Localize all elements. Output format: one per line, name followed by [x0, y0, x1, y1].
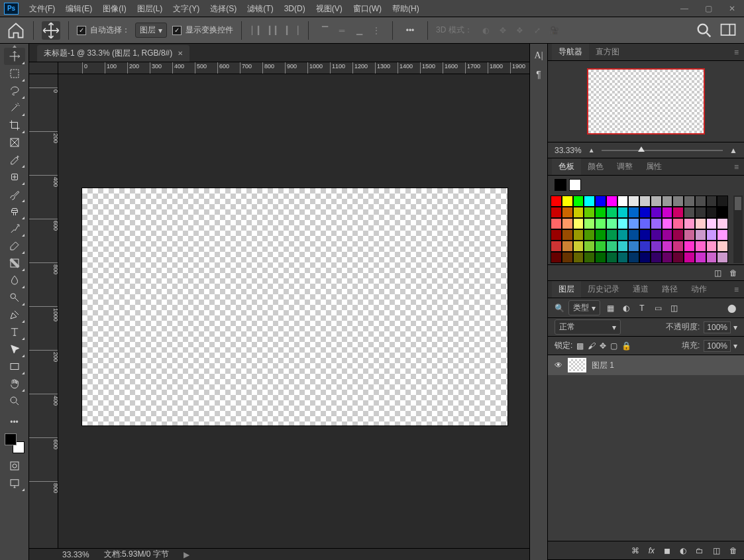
filter-adjust-icon[interactable]: ◐ [620, 302, 632, 314]
swatch[interactable] [595, 229, 606, 241]
swatch[interactable] [606, 218, 617, 229]
properties-tab[interactable]: 属性 [639, 158, 668, 175]
new-layer-icon[interactable]: ◫ [713, 546, 720, 555]
hand-tool[interactable] [4, 375, 25, 392]
swatch[interactable] [573, 241, 584, 252]
swatch[interactable] [628, 207, 639, 218]
menu-file[interactable]: 文件(F) [24, 0, 60, 17]
swatch[interactable] [684, 207, 695, 218]
magic-wand-tool[interactable] [4, 99, 25, 117]
swatch[interactable] [651, 196, 662, 207]
filter-shape-icon[interactable]: ▭ [652, 302, 664, 314]
filter-smart-icon[interactable]: ◫ [668, 302, 680, 314]
swatch[interactable] [684, 218, 695, 229]
swatch[interactable] [706, 241, 717, 252]
status-more-icon[interactable]: ▶ [184, 550, 189, 559]
swatch[interactable] [551, 196, 562, 207]
swatch[interactable] [595, 207, 606, 218]
zoom-tool[interactable] [4, 392, 25, 410]
canvas-viewport[interactable] [58, 74, 529, 548]
search-icon[interactable] [695, 21, 714, 40]
swatch[interactable] [651, 241, 662, 252]
layer-style-icon[interactable]: fx [649, 546, 655, 555]
navigator-preview[interactable] [548, 61, 744, 142]
frame-tool[interactable] [4, 134, 25, 151]
swatch[interactable] [573, 218, 584, 229]
swatch[interactable] [695, 229, 706, 241]
menu-type[interactable]: 文字(Y) [168, 0, 205, 17]
window-close[interactable]: ✕ [720, 0, 744, 17]
swatch[interactable] [717, 229, 728, 241]
swatch[interactable] [651, 207, 662, 218]
ruler-vertical[interactable]: 02004006008001000200400600800 [29, 74, 58, 548]
lock-all-icon[interactable]: 🔒 [621, 341, 631, 351]
swatch[interactable] [562, 196, 573, 207]
menu-3d[interactable]: 3D(D) [279, 0, 311, 17]
blur-tool[interactable] [4, 272, 25, 289]
swatch[interactable] [651, 252, 662, 263]
foreground-background-color[interactable] [5, 433, 25, 453]
swatch[interactable] [617, 252, 629, 263]
swatch[interactable] [584, 229, 595, 241]
zoom-in-icon[interactable]: ▲ [729, 146, 737, 155]
canvas[interactable] [82, 188, 507, 425]
menu-help[interactable]: 帮助(H) [387, 0, 425, 17]
swatch[interactable] [551, 229, 562, 241]
swatch[interactable] [573, 229, 584, 241]
quick-mask-tool[interactable] [4, 457, 25, 475]
channels-tab[interactable]: 通道 [626, 281, 655, 298]
swatch[interactable] [617, 207, 629, 218]
character-panel-icon[interactable]: A| [535, 50, 543, 61]
swatch[interactable] [695, 207, 706, 218]
eraser-tool[interactable] [4, 237, 25, 254]
swatch[interactable] [695, 218, 706, 229]
lasso-tool[interactable] [4, 82, 25, 99]
adjustment-layer-icon[interactable]: ◐ [680, 546, 686, 555]
fill-value[interactable]: 100%▾ [704, 340, 737, 352]
swatch[interactable] [717, 241, 728, 252]
swatch[interactable] [595, 252, 606, 263]
swatch[interactable] [672, 196, 684, 207]
swatch[interactable] [672, 207, 684, 218]
swatch[interactable] [562, 218, 573, 229]
swatch[interactable] [551, 241, 562, 252]
marquee-tool[interactable] [4, 65, 25, 82]
type-tool[interactable] [4, 323, 25, 341]
current-fg-swatch[interactable] [555, 179, 566, 191]
swatch[interactable] [617, 241, 629, 252]
blend-mode-select[interactable]: 正常▾ [555, 319, 621, 335]
dodge-tool[interactable] [4, 289, 25, 306]
delete-swatch-icon[interactable]: 🗑 [729, 268, 737, 278]
zoom-slider[interactable] [602, 150, 723, 151]
swatch[interactable] [573, 196, 584, 207]
eyedropper-tool[interactable] [4, 151, 25, 168]
swatch[interactable] [695, 196, 706, 207]
screen-mode-tool[interactable] [4, 475, 25, 492]
swatch[interactable] [595, 241, 606, 252]
swatch-grid[interactable] [548, 194, 744, 264]
swatch[interactable] [639, 252, 651, 263]
swatch[interactable] [595, 196, 606, 207]
more-options-icon[interactable]: ••• [401, 21, 419, 40]
new-swatch-icon[interactable]: ◫ [714, 268, 721, 278]
swatch[interactable] [562, 229, 573, 241]
swatch[interactable] [573, 207, 584, 218]
menu-filter[interactable]: 滤镜(T) [242, 0, 278, 17]
swatch[interactable] [617, 196, 629, 207]
pen-tool[interactable] [4, 306, 25, 323]
clone-stamp-tool[interactable] [4, 203, 25, 220]
swatch[interactable] [672, 218, 684, 229]
navigator-thumbnail[interactable] [587, 68, 705, 135]
menu-image[interactable]: 图像(I) [97, 0, 131, 17]
swatch[interactable] [662, 207, 673, 218]
swatch[interactable] [584, 252, 595, 263]
swatch[interactable] [584, 207, 595, 218]
swatch[interactable] [562, 241, 573, 252]
swatch[interactable] [606, 207, 617, 218]
swatch[interactable] [595, 218, 606, 229]
home-icon[interactable] [7, 21, 25, 40]
zoom-out-icon[interactable]: ▲ [588, 146, 595, 154]
swatch[interactable] [562, 252, 573, 263]
filter-toggle-icon[interactable]: ⬤ [725, 302, 737, 314]
healing-brush-tool[interactable] [4, 168, 25, 186]
